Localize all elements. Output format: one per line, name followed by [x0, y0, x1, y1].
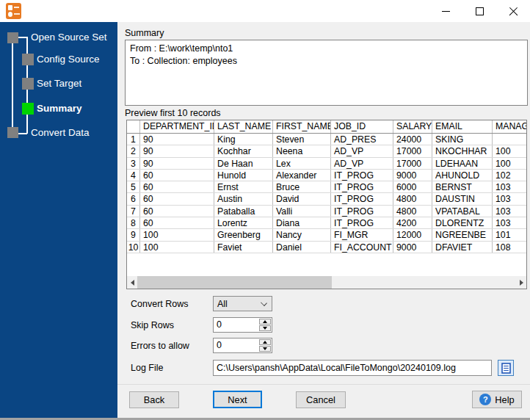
- table-row[interactable]: 9100GreenbergNancyFI_MGR12000NGREENBE101: [127, 229, 526, 241]
- table-row[interactable]: 760PataballaValliIT_PROG4800VPATABAL103: [127, 206, 526, 217]
- table-cell: DAUSTIN: [432, 193, 493, 204]
- cancel-button[interactable]: Cancel: [296, 391, 346, 408]
- table-row[interactable]: 660AustinDavidIT_PROG4800DAUSTIN103: [127, 193, 526, 205]
- app-icon: [6, 3, 21, 19]
- table-cell: 103: [493, 217, 526, 228]
- row-number-header[interactable]: [127, 120, 140, 133]
- table-cell: VPATABAL: [432, 206, 493, 217]
- sidebar-item-open-source-set: Open Source Set: [31, 32, 107, 43]
- wizard-window: Open Source Set Config Source Set Target…: [0, 0, 530, 420]
- maximize-button[interactable]: [462, 0, 496, 22]
- table-cell: DLORENTZ: [432, 217, 493, 228]
- back-button[interactable]: Back: [129, 391, 179, 408]
- step-box-convert-data: [7, 127, 18, 138]
- chevron-down-icon: [261, 300, 267, 306]
- column-header[interactable]: MANAG: [493, 120, 526, 133]
- table-cell: AD_PRES: [331, 134, 393, 145]
- table-cell: 12000: [393, 229, 432, 240]
- step-connector-line: [12, 43, 13, 127]
- arrow-down-icon: [263, 347, 267, 350]
- scroll-left-button[interactable]: [127, 276, 137, 289]
- table-cell: 90: [140, 134, 214, 145]
- errors-decrement-button[interactable]: [259, 346, 271, 352]
- column-header[interactable]: EMAIL: [432, 120, 493, 133]
- help-icon: ?: [479, 394, 491, 405]
- scrollbar-thumb[interactable]: [137, 276, 332, 289]
- row-number-cell: 5: [127, 181, 140, 192]
- table-cell: 17000: [393, 158, 432, 169]
- column-header[interactable]: LAST_NAME: [214, 120, 273, 133]
- table-cell: 103: [493, 193, 526, 204]
- column-header[interactable]: DEPARTMENT_ID: [140, 120, 214, 133]
- table-cell: NKOCHHAR: [432, 145, 493, 156]
- errors-to-allow-stepper[interactable]: 0: [213, 338, 272, 353]
- column-header[interactable]: SALARY: [393, 120, 432, 133]
- preview-table: DEPARTMENT_IDLAST_NAMEFIRST_NAMEJOB_IDSA…: [126, 120, 527, 289]
- table-cell: Kochhar: [214, 145, 273, 156]
- table-cell: 100: [493, 158, 526, 169]
- errors-to-allow-value: 0: [217, 340, 222, 350]
- log-file-input[interactable]: [213, 360, 492, 376]
- table-cell: Austin: [214, 193, 273, 204]
- table-cell: Hunold: [214, 170, 273, 181]
- convert-rows-value: All: [217, 299, 228, 309]
- scroll-right-button[interactable]: [516, 276, 526, 289]
- next-button[interactable]: Next: [213, 391, 262, 408]
- horizontal-scrollbar[interactable]: [127, 276, 526, 289]
- table-row[interactable]: 10100FavietDanielFI_ACCOUNT9000DFAVIET10…: [127, 242, 526, 253]
- table-cell: AD_VP: [331, 158, 393, 169]
- row-number-cell: 8: [127, 217, 140, 228]
- table-cell: LDEHAAN: [432, 158, 493, 169]
- preview-section-label: Preview first 10 records: [125, 108, 221, 118]
- table-row[interactable]: 190KingStevenAD_PRES24000SKING: [127, 134, 526, 145]
- minimize-icon: [442, 11, 450, 12]
- skip-rows-stepper[interactable]: 0: [213, 317, 272, 333]
- help-button[interactable]: ? Help: [472, 391, 522, 408]
- table-row[interactable]: 560ErnstBruceIT_PROG6000BERNST103: [127, 181, 526, 193]
- step-box-set-target: [22, 78, 34, 90]
- log-file-label: Log File: [131, 363, 163, 373]
- preview-table-header: DEPARTMENT_IDLAST_NAMEFIRST_NAMEJOB_IDSA…: [127, 120, 526, 134]
- sidebar-item-summary: Summary: [37, 103, 82, 115]
- table-cell: 100: [140, 242, 214, 253]
- table-cell: DFAVIET: [432, 242, 493, 253]
- column-header[interactable]: FIRST_NAME: [273, 120, 331, 133]
- table-row[interactable]: 460HunoldAlexanderIT_PROG9000AHUNOLD102: [127, 170, 526, 181]
- table-cell: King: [214, 134, 273, 145]
- step-box-config-source: [22, 54, 34, 65]
- table-row[interactable]: 390De HaanLexAD_VP17000LDEHAAN100: [127, 158, 526, 170]
- table-cell: 24000: [393, 134, 432, 145]
- table-cell: Lorentz: [214, 217, 273, 228]
- step-connector-line: [18, 37, 27, 38]
- convert-rows-select[interactable]: All: [213, 296, 272, 311]
- table-cell: De Haan: [214, 158, 273, 169]
- column-header[interactable]: JOB_ID: [331, 120, 393, 133]
- close-button[interactable]: [496, 0, 530, 22]
- maximize-icon: [476, 7, 484, 15]
- table-cell: 90: [140, 158, 214, 169]
- errors-increment-button[interactable]: [259, 339, 271, 345]
- summary-text-box[interactable]: From : E:\work\temp\nto1 To : Collection…: [125, 40, 528, 106]
- table-cell: Nancy: [273, 229, 331, 240]
- table-cell: Pataballa: [214, 206, 273, 217]
- table-cell: Lex: [273, 158, 331, 169]
- row-number-cell: 3: [127, 158, 140, 169]
- scroll-left-icon: [131, 280, 134, 286]
- minimize-button[interactable]: [429, 0, 462, 22]
- close-icon: [509, 7, 518, 16]
- table-cell: BERNST: [432, 181, 493, 192]
- table-cell: IT_PROG: [331, 181, 393, 192]
- log-file-browse-button[interactable]: [498, 360, 514, 376]
- sidebar-item-set-target: Set Target: [37, 78, 81, 90]
- skip-rows-decrement-button[interactable]: [259, 325, 271, 331]
- convert-rows-label: Convert Rows: [131, 299, 189, 309]
- table-cell: Faviet: [214, 242, 273, 253]
- arrow-down-icon: [263, 327, 267, 330]
- table-cell: 103: [493, 206, 526, 217]
- table-row[interactable]: 860LorentzDianaIT_PROG4200DLORENTZ103: [127, 217, 526, 229]
- table-row[interactable]: 290KochharNeenaAD_VP17000NKOCHHAR100: [127, 145, 526, 157]
- table-cell: 9000: [393, 170, 432, 181]
- table-cell: Diana: [273, 217, 331, 228]
- step-box-summary-active: [22, 103, 34, 115]
- skip-rows-increment-button[interactable]: [259, 319, 271, 325]
